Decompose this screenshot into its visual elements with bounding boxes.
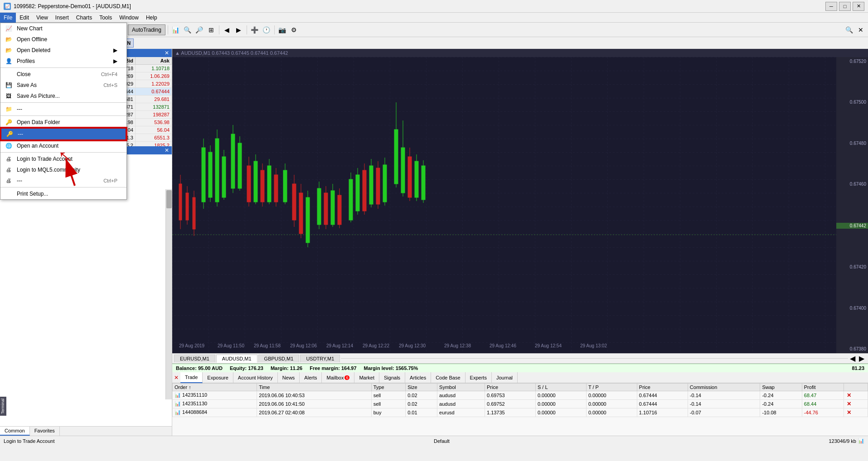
tab-trade[interactable]: Trade (180, 372, 203, 383)
menu-insert[interactable]: Insert (52, 13, 73, 23)
status-bar: Login to Trade Account Default 123046/9 … (0, 436, 868, 446)
col-ask: Ask (136, 57, 172, 64)
menu-open-offline[interactable]: 📂 Open Offline (0, 34, 126, 45)
menu-open-account[interactable]: 🔑 Open Data Folder (0, 117, 126, 128)
status-right: 123046/9 kb (829, 438, 856, 444)
table-row[interactable]: 📊 144088684 2019.06.27 02:40:08 buy 0.01… (173, 408, 868, 417)
menu-print[interactable]: 🖨 --- Ctrl+P (0, 175, 126, 186)
chart-header: ▲ AUDUSD,M1 0.67443 0.67445 0.67441 0.67… (172, 49, 868, 57)
tab-scroll-right[interactable]: ▶ (857, 353, 866, 363)
print-preview-icon: 🖨 (4, 165, 13, 174)
table-row[interactable]: 📊 142351130 2019.06.06 10:41:50 sell 0.0… (173, 400, 868, 408)
order-icon-1: 📊 (175, 392, 181, 399)
tab-signals[interactable]: Signals (379, 372, 405, 383)
toolbar-period-fwd[interactable]: ▶ (233, 24, 244, 35)
nav-tab-favorites[interactable]: Favorites (30, 427, 60, 436)
menu-file[interactable]: File (0, 13, 16, 23)
toolbar: 📈 📂 💾 👤 New Order ⚡ 📋 🔄 AutoTrading 📊 🔍 … (0, 23, 868, 37)
menu-save-as[interactable]: 💾 Save As Ctrl+S (0, 80, 126, 91)
minimize-button[interactable]: ─ (825, 2, 837, 11)
col-swap: Swap (760, 384, 802, 391)
tab-articles[interactable]: Articles (405, 372, 431, 383)
svg-text:29 Aug 13:02: 29 Aug 13:02 (580, 343, 607, 348)
mql5-icon: 🌐 (4, 141, 13, 150)
terminal-side-label[interactable]: Terminal (0, 397, 6, 416)
status-left: Login to Trade Account (4, 438, 55, 444)
period-bar: M1 M5 M15 M30 H1 H4 D1 W1 MN (0, 37, 868, 49)
open-deleted-icon: 📂 (4, 46, 13, 55)
menu-charts[interactable]: Charts (73, 13, 96, 23)
tab-scroll-left[interactable]: ◀ (848, 353, 857, 363)
price-label-460: 0.67460 (836, 182, 868, 187)
menu-login-trade[interactable]: 🔑 --- (0, 128, 126, 140)
nav-tab-common[interactable]: Common (0, 427, 30, 436)
toolbar-add[interactable]: ➕ (249, 24, 260, 35)
market-watch-close[interactable]: ✕ (165, 50, 169, 56)
margin-level-text: Margin level: 1565.75% (364, 365, 418, 371)
terminal-close-x[interactable]: ✕ (172, 375, 180, 381)
svg-text:29 Aug 11:58: 29 Aug 11:58 (254, 343, 281, 348)
row-close-3[interactable]: ✕ (846, 409, 852, 416)
tab-experts[interactable]: Experts (466, 372, 492, 383)
tab-eurusd[interactable]: EURUSD,M1 (174, 355, 215, 362)
price-label-480: 0.67480 (836, 141, 868, 146)
mailbox-badge: 6 (344, 375, 349, 380)
tab-alerts[interactable]: Alerts (300, 372, 322, 383)
col-price: Price (485, 384, 535, 391)
toolbar-sep-6 (274, 25, 275, 34)
toolbar-zoom-in[interactable]: 🔍 (182, 24, 193, 35)
tab-codebase[interactable]: Code Base (431, 372, 465, 383)
tab-journal[interactable]: Journal (492, 372, 518, 383)
toolbar-period-back[interactable]: ◀ (222, 24, 233, 35)
svg-text:29 Aug 12:46: 29 Aug 12:46 (490, 343, 516, 348)
toolbar-grid[interactable]: ⊞ (206, 24, 217, 35)
tab-market[interactable]: Market (354, 372, 379, 383)
menu-print-setup[interactable]: 🖨 Login to Trade Account (0, 154, 126, 164)
margin-text: Margin: 11.26 (271, 365, 302, 371)
toolbar-screenshot[interactable]: 📷 (277, 24, 288, 35)
menu-view[interactable]: View (33, 13, 52, 23)
svg-text:29 Aug 12:14: 29 Aug 12:14 (326, 343, 353, 348)
menu-sep-2 (0, 102, 126, 103)
menu-save-as-picture[interactable]: 🖼 Save As Picture... (0, 91, 126, 101)
open-account-icon: 🔑 (4, 118, 13, 127)
menu-exit[interactable]: Print Setup... (0, 188, 126, 199)
menu-tools[interactable]: Tools (96, 13, 116, 23)
tab-usdtry[interactable]: USDTRY,M1 (300, 355, 340, 362)
menu-help[interactable]: Help (142, 13, 161, 23)
autotrading-button[interactable]: AutoTrading (128, 24, 165, 35)
menu-close[interactable]: Close Ctrl+F4 (0, 69, 126, 80)
toolbar-search[interactable]: 🔍 (844, 24, 854, 35)
tab-account-history[interactable]: Account History (233, 372, 278, 383)
profiles-icon: 👤 (4, 57, 13, 66)
menu-print-preview[interactable]: 🖨 Login to MQL5.community (0, 164, 126, 175)
toolbar-settings[interactable]: ⚙ (289, 24, 300, 35)
menu-sep-4 (0, 152, 126, 153)
tab-gbpusd[interactable]: GBPUSD,M1 (258, 355, 300, 362)
toolbar-close-top[interactable]: ✕ (855, 24, 866, 35)
menu-login-mql5[interactable]: 🌐 Open an Account (0, 140, 126, 151)
menu-open-data-folder[interactable]: 📁 --- (0, 104, 126, 115)
tab-mailbox[interactable]: Mailbox 6 (322, 372, 354, 383)
menu-edit[interactable]: Edit (16, 13, 33, 23)
row-close-1[interactable]: ✕ (846, 392, 852, 399)
tab-audusd[interactable]: AUDUSD,M1 (216, 355, 257, 363)
tab-exposure[interactable]: Exposure (203, 372, 233, 383)
close-button[interactable]: ✕ (853, 2, 864, 11)
menu-profiles[interactable]: 👤 Profiles ▶ (0, 56, 126, 67)
toolbar-chart-btn[interactable]: 📊 (170, 24, 181, 35)
print-icon: 🖨 (4, 176, 13, 185)
menu-bar: File Edit View Insert Charts Tools Windo… (0, 13, 868, 23)
menu-new-chart[interactable]: 📈 New Chart (0, 23, 126, 34)
row-close-2[interactable]: ✕ (846, 401, 852, 407)
menu-sep-3 (0, 115, 126, 116)
navigator-close[interactable]: ✕ (165, 147, 169, 154)
menu-window[interactable]: Window (116, 13, 142, 23)
restore-button[interactable]: □ (839, 2, 851, 11)
table-row[interactable]: 📊 142351110 2019.06.06 10:40:53 sell 0.0… (173, 391, 868, 400)
tab-news[interactable]: News (278, 372, 300, 383)
right-panel: ▲ AUDUSD,M1 0.67443 0.67445 0.67441 0.67… (172, 49, 868, 436)
menu-open-deleted[interactable]: 📂 Open Deleted ▶ (0, 45, 126, 56)
toolbar-clock[interactable]: 🕐 (261, 24, 272, 35)
toolbar-zoom-out[interactable]: 🔎 (194, 24, 205, 35)
